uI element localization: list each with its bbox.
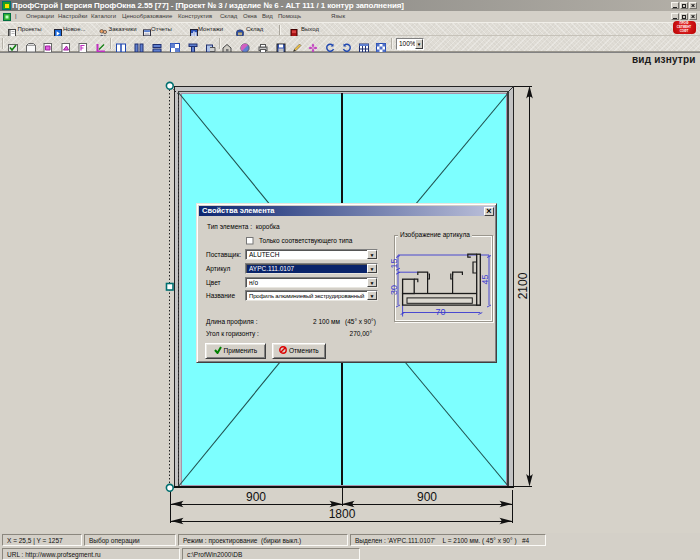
svg-text:15: 15 — [391, 258, 399, 268]
svg-text:1800: 1800 — [329, 507, 356, 521]
svg-text:900: 900 — [246, 490, 266, 504]
svg-text:30: 30 — [391, 285, 399, 295]
svg-text:900: 900 — [417, 490, 437, 504]
svg-text:45: 45 — [480, 274, 490, 284]
svg-text:2100: 2100 — [516, 272, 530, 299]
svg-text:70: 70 — [435, 307, 445, 317]
